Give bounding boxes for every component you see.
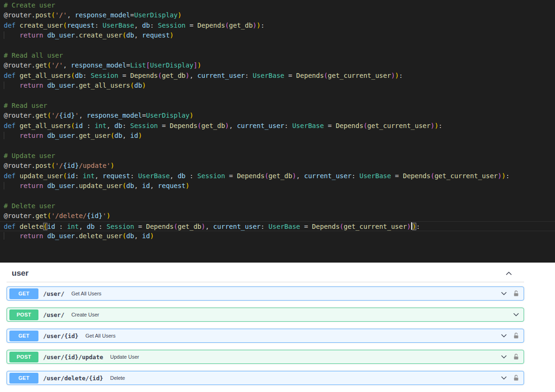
code-token: # Update user [4, 152, 55, 159]
code-token: id [130, 132, 138, 139]
code-token: : [83, 72, 91, 79]
endpoint-row[interactable]: POST/user/{id}/updateUpdate User [7, 350, 524, 364]
code-token: update_user [79, 182, 122, 189]
chevron-up-icon[interactable] [505, 270, 513, 278]
code-token: ] [194, 61, 197, 69]
code-token: create_user [79, 31, 122, 39]
code-token: , [229, 122, 237, 129]
code-token: db_user [47, 132, 75, 139]
code-line: def create_user(request: UserBase, db: S… [4, 21, 555, 30]
code-token: Depends [130, 72, 158, 79]
code-token: ) [197, 61, 201, 69]
method-badge: GET [9, 373, 38, 384]
code-token: : [186, 172, 197, 180]
code-token: get_all_users [20, 122, 71, 129]
endpoint-summary: Create User [71, 312, 99, 317]
code-token: : [95, 22, 103, 29]
chevron-down-icon[interactable] [512, 311, 520, 318]
endpoint-summary: Update User [110, 354, 139, 360]
tag-header[interactable]: user [7, 263, 524, 282]
code-token: db [134, 82, 142, 89]
code-token: , [150, 182, 158, 189]
code-line: # Create user [4, 0, 555, 10]
code-token: UserBase [103, 22, 134, 29]
code-token: = [130, 11, 134, 19]
code-token: get_db [229, 22, 253, 29]
code-token: ) [142, 82, 146, 89]
code-token: return [20, 82, 47, 89]
code-token: = [300, 223, 312, 230]
code-token: ' [103, 212, 106, 219]
code-token: = [158, 122, 170, 129]
code-token: ( [43, 223, 47, 230]
code-line [4, 191, 555, 201]
code-token: return [20, 182, 47, 189]
endpoint-row[interactable]: GET/user/delete/{id}Delete [7, 371, 524, 385]
code-token: Depends [170, 122, 197, 129]
code-token: : [506, 172, 510, 180]
code-line: @router.get('/', response_model=List[Use… [4, 60, 555, 70]
code-token: [ [146, 61, 150, 69]
code-token: ) [178, 11, 181, 19]
code-token: ( [340, 223, 344, 230]
code-token: ( [71, 122, 75, 129]
code-token: , [122, 132, 130, 139]
code-token: response_model [71, 61, 126, 69]
lock-icon[interactable] [512, 374, 520, 382]
chevron-down-icon[interactable] [500, 332, 508, 339]
code-token: Session [106, 223, 134, 230]
code-token: current_user [213, 223, 261, 230]
endpoint-row[interactable]: POST/user/Create User [7, 308, 524, 322]
code-token: {id} [59, 112, 75, 119]
code-token: response_model [75, 11, 130, 19]
code-token: request [103, 172, 130, 180]
code-token: , [134, 182, 142, 189]
code-token: UserBase [360, 172, 391, 180]
code-token: , [79, 112, 87, 119]
endpoint-row[interactable]: GET/user/{id}Get All Users [7, 329, 524, 343]
code-token: db [126, 31, 134, 39]
code-token: Session [90, 72, 118, 79]
code-token: id [142, 182, 150, 189]
code-editor[interactable]: # Create user@router.post('/', response_… [0, 0, 555, 263]
code-token: int [67, 223, 79, 230]
code-token [4, 82, 20, 89]
code-token: = [118, 72, 130, 79]
code-token: id [67, 172, 75, 180]
code-token: = [126, 61, 130, 69]
lock-icon[interactable] [512, 290, 520, 297]
code-token [4, 31, 20, 39]
code-token: ( [63, 22, 67, 29]
code-token: db [87, 223, 95, 230]
code-line [4, 41, 555, 51]
code-token: Depends [336, 122, 363, 129]
code-token: {id} [63, 162, 79, 169]
code-token: return [20, 31, 47, 39]
chevron-down-icon[interactable] [500, 374, 508, 382]
code-token: Session [158, 22, 186, 29]
code-token: = [324, 122, 336, 129]
code-token: request [142, 31, 170, 39]
code-token: = [134, 223, 146, 230]
code-token: request [158, 182, 186, 189]
code-token: '/' [51, 61, 63, 69]
code-token: = [186, 22, 197, 29]
method-badge: GET [9, 288, 38, 299]
code-token: ) [395, 72, 399, 79]
endpoint-controls [500, 332, 520, 339]
code-line: return db_user.delete_user(db, id) [4, 231, 555, 241]
code-token: get_db [178, 223, 202, 230]
lock-icon[interactable] [512, 332, 520, 339]
code-token: get_db [269, 172, 292, 180]
code-token: get_db [162, 72, 186, 79]
chevron-down-icon[interactable] [500, 290, 508, 297]
code-token: ( [264, 172, 268, 180]
code-token: UserBase [138, 172, 170, 180]
code-token: : [261, 223, 269, 230]
chevron-down-icon[interactable] [500, 353, 508, 361]
code-token: get [35, 112, 47, 119]
code-token: Depends [197, 22, 225, 29]
code-token: , [205, 223, 213, 230]
lock-icon[interactable] [512, 353, 520, 361]
endpoint-row[interactable]: GET/user/Get All Users [7, 286, 524, 301]
